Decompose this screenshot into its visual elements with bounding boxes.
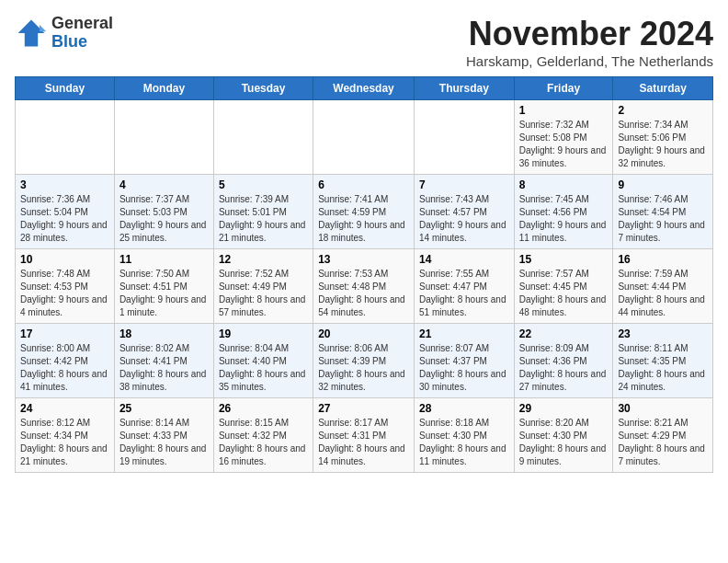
day-cell: 13Sunrise: 7:53 AMSunset: 4:48 PMDayligh… (313, 249, 415, 324)
calendar-header: SundayMondayTuesdayWednesdayThursdayFrid… (16, 77, 713, 100)
day-info: Sunrise: 7:37 AMSunset: 5:03 PMDaylight:… (119, 193, 209, 245)
day-info: Sunrise: 8:06 AMSunset: 4:39 PMDaylight:… (318, 342, 409, 394)
month-title: November 2024 (466, 15, 713, 53)
header-cell-tuesday: Tuesday (213, 77, 313, 100)
day-cell: 26Sunrise: 8:15 AMSunset: 4:32 PMDayligh… (213, 398, 313, 473)
day-number: 1 (519, 104, 609, 117)
day-cell: 4Sunrise: 7:37 AMSunset: 5:03 PMDaylight… (114, 175, 213, 249)
day-cell: 12Sunrise: 7:52 AMSunset: 4:49 PMDayligh… (213, 249, 313, 324)
day-cell: 25Sunrise: 8:14 AMSunset: 4:33 PMDayligh… (114, 398, 213, 473)
day-info: Sunrise: 7:36 AMSunset: 5:04 PMDaylight:… (20, 193, 109, 245)
day-cell: 23Sunrise: 8:11 AMSunset: 4:35 PMDayligh… (613, 324, 713, 398)
day-number: 26 (219, 402, 308, 415)
day-number: 21 (419, 327, 509, 340)
day-number: 25 (119, 402, 209, 415)
day-info: Sunrise: 8:02 AMSunset: 4:41 PMDaylight:… (119, 342, 209, 394)
header-cell-monday: Monday (114, 77, 213, 100)
day-cell: 5Sunrise: 7:39 AMSunset: 5:01 PMDaylight… (213, 175, 313, 249)
day-number: 23 (618, 327, 708, 340)
header-row: SundayMondayTuesdayWednesdayThursdayFrid… (16, 77, 713, 100)
day-cell: 17Sunrise: 8:00 AMSunset: 4:42 PMDayligh… (16, 324, 115, 398)
day-number: 4 (119, 178, 209, 191)
day-number: 6 (318, 178, 409, 191)
day-info: Sunrise: 7:53 AMSunset: 4:48 PMDaylight:… (318, 268, 409, 319)
day-info: Sunrise: 7:59 AMSunset: 4:44 PMDaylight:… (618, 268, 708, 319)
logo-text: General Blue (51, 15, 113, 52)
day-info: Sunrise: 7:34 AMSunset: 5:06 PMDaylight:… (618, 119, 708, 170)
day-cell: 24Sunrise: 8:12 AMSunset: 4:34 PMDayligh… (16, 398, 115, 473)
day-cell (114, 100, 213, 175)
day-number: 16 (618, 253, 708, 266)
day-number: 15 (519, 253, 609, 266)
day-number: 5 (219, 178, 308, 191)
day-cell: 27Sunrise: 8:17 AMSunset: 4:31 PMDayligh… (313, 398, 415, 473)
day-number: 9 (618, 178, 708, 191)
day-number: 10 (20, 253, 109, 266)
day-info: Sunrise: 7:43 AMSunset: 4:57 PMDaylight:… (419, 193, 509, 245)
day-info: Sunrise: 7:45 AMSunset: 4:56 PMDaylight:… (519, 193, 609, 245)
day-number: 19 (219, 327, 308, 340)
day-info: Sunrise: 8:17 AMSunset: 4:31 PMDaylight:… (318, 417, 409, 468)
location-title: Harskamp, Gelderland, The Netherlands (466, 53, 713, 69)
day-cell (414, 100, 514, 175)
day-info: Sunrise: 8:21 AMSunset: 4:29 PMDaylight:… (618, 417, 708, 468)
day-info: Sunrise: 7:32 AMSunset: 5:08 PMDaylight:… (519, 119, 609, 170)
header-cell-sunday: Sunday (16, 77, 115, 100)
week-row-1: 1Sunrise: 7:32 AMSunset: 5:08 PMDaylight… (16, 100, 713, 175)
day-number: 12 (219, 253, 308, 266)
day-number: 24 (20, 402, 109, 415)
day-number: 29 (519, 402, 609, 415)
day-info: Sunrise: 7:57 AMSunset: 4:45 PMDaylight:… (519, 268, 609, 319)
title-area: November 2024 Harskamp, Gelderland, The … (466, 15, 713, 69)
day-cell: 1Sunrise: 7:32 AMSunset: 5:08 PMDaylight… (514, 100, 613, 175)
day-number: 30 (618, 402, 708, 415)
day-info: Sunrise: 7:52 AMSunset: 4:49 PMDaylight:… (219, 268, 308, 319)
day-cell (16, 100, 115, 175)
day-info: Sunrise: 8:18 AMSunset: 4:30 PMDaylight:… (419, 417, 509, 468)
day-number: 22 (519, 327, 609, 340)
day-info: Sunrise: 8:00 AMSunset: 4:42 PMDaylight:… (20, 342, 109, 394)
day-number: 7 (419, 178, 509, 191)
week-row-5: 24Sunrise: 8:12 AMSunset: 4:34 PMDayligh… (16, 398, 713, 473)
day-info: Sunrise: 8:14 AMSunset: 4:33 PMDaylight:… (119, 417, 209, 468)
header: General Blue November 2024 Harskamp, Gel… (15, 15, 713, 69)
day-info: Sunrise: 8:09 AMSunset: 4:36 PMDaylight:… (519, 342, 609, 394)
day-cell: 15Sunrise: 7:57 AMSunset: 4:45 PMDayligh… (514, 249, 613, 324)
day-cell: 3Sunrise: 7:36 AMSunset: 5:04 PMDaylight… (16, 175, 115, 249)
day-cell: 18Sunrise: 8:02 AMSunset: 4:41 PMDayligh… (114, 324, 213, 398)
day-cell: 30Sunrise: 8:21 AMSunset: 4:29 PMDayligh… (613, 398, 713, 473)
day-info: Sunrise: 7:39 AMSunset: 5:01 PMDaylight:… (219, 193, 308, 245)
day-cell (213, 100, 313, 175)
day-number: 13 (318, 253, 409, 266)
day-cell: 6Sunrise: 7:41 AMSunset: 4:59 PMDaylight… (313, 175, 415, 249)
day-cell: 22Sunrise: 8:09 AMSunset: 4:36 PMDayligh… (514, 324, 613, 398)
day-info: Sunrise: 7:46 AMSunset: 4:54 PMDaylight:… (618, 193, 708, 245)
day-cell: 10Sunrise: 7:48 AMSunset: 4:53 PMDayligh… (16, 249, 115, 324)
day-cell (313, 100, 415, 175)
day-number: 20 (318, 327, 409, 340)
day-number: 2 (618, 104, 708, 117)
day-cell: 29Sunrise: 8:20 AMSunset: 4:30 PMDayligh… (514, 398, 613, 473)
day-cell: 7Sunrise: 7:43 AMSunset: 4:57 PMDaylight… (414, 175, 514, 249)
logo-icon (15, 17, 48, 50)
calendar-table: SundayMondayTuesdayWednesdayThursdayFrid… (15, 76, 713, 473)
day-number: 27 (318, 402, 409, 415)
day-number: 28 (419, 402, 509, 415)
day-number: 8 (519, 178, 609, 191)
day-number: 18 (119, 327, 209, 340)
header-cell-saturday: Saturday (613, 77, 713, 100)
header-cell-friday: Friday (514, 77, 613, 100)
day-cell: 28Sunrise: 8:18 AMSunset: 4:30 PMDayligh… (414, 398, 514, 473)
week-row-4: 17Sunrise: 8:00 AMSunset: 4:42 PMDayligh… (16, 324, 713, 398)
week-row-2: 3Sunrise: 7:36 AMSunset: 5:04 PMDaylight… (16, 175, 713, 249)
day-info: Sunrise: 8:15 AMSunset: 4:32 PMDaylight:… (219, 417, 308, 468)
day-info: Sunrise: 8:04 AMSunset: 4:40 PMDaylight:… (219, 342, 308, 394)
day-info: Sunrise: 8:20 AMSunset: 4:30 PMDaylight:… (519, 417, 609, 468)
day-info: Sunrise: 7:41 AMSunset: 4:59 PMDaylight:… (318, 193, 409, 245)
header-cell-thursday: Thursday (414, 77, 514, 100)
header-cell-wednesday: Wednesday (313, 77, 415, 100)
day-cell: 20Sunrise: 8:06 AMSunset: 4:39 PMDayligh… (313, 324, 415, 398)
day-number: 17 (20, 327, 109, 340)
day-number: 11 (119, 253, 209, 266)
day-cell: 9Sunrise: 7:46 AMSunset: 4:54 PMDaylight… (613, 175, 713, 249)
